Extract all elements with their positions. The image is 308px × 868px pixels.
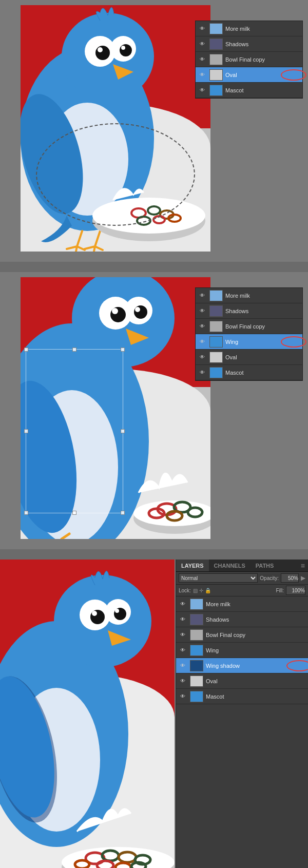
layer-thumbnail-mascot2 bbox=[209, 367, 223, 378]
layer-name-oval2: Oval bbox=[225, 354, 237, 360]
lock-fill-row: Lock: ▨ ✛ 🔒 Fill: bbox=[176, 585, 308, 596]
layer-row-wing3[interactable]: 👁Wing bbox=[176, 643, 308, 658]
svg-point-7 bbox=[98, 47, 103, 52]
layer-row-shadows[interactable]: 👁Shadows bbox=[196, 36, 302, 52]
layer-row-more-milk2[interactable]: 👁More milk bbox=[196, 288, 302, 303]
layer-row-oval[interactable]: 👁Oval bbox=[196, 67, 302, 83]
layer-name-shadows3: Shadows bbox=[206, 616, 229, 623]
layer-visibility-wing3[interactable]: 👁 bbox=[178, 646, 187, 655]
section-3: LAYERS CHANNELS PATHS ≡ Normal Opacity: … bbox=[0, 560, 308, 868]
transform-handle-br[interactable] bbox=[121, 511, 125, 515]
layer-row-more-milk[interactable]: 👁More milk bbox=[196, 21, 302, 36]
layer-name-more-milk: More milk bbox=[225, 26, 250, 32]
layer-row-bowl-final-copy3[interactable]: 👁Bowl Final copy bbox=[176, 627, 308, 643]
layer-row-shadows2[interactable]: 👁Shadows bbox=[196, 303, 302, 319]
transform-handle-bm[interactable] bbox=[72, 511, 76, 515]
svg-point-44 bbox=[92, 611, 97, 616]
layer-visibility-mascot2[interactable]: 👁 bbox=[198, 368, 207, 377]
opacity-arrow[interactable]: ▶ bbox=[301, 574, 305, 582]
selected-layer-highlight bbox=[286, 660, 308, 671]
layer-visibility-more-milk2[interactable]: 👁 bbox=[198, 291, 207, 300]
illustration-canvas-2 bbox=[21, 277, 210, 539]
layer-thumbnail-more-milk2 bbox=[209, 290, 223, 301]
layer-visibility-more-milk3[interactable]: 👁 bbox=[178, 600, 187, 609]
tab-paths[interactable]: PATHS bbox=[251, 560, 279, 571]
layer-visibility-wing[interactable]: 👁 bbox=[198, 337, 207, 346]
tab-channels[interactable]: CHANNELS bbox=[209, 560, 251, 571]
layer-thumbnail-wing3 bbox=[190, 645, 203, 656]
svg-point-26 bbox=[112, 308, 118, 314]
opacity-label: Opacity: bbox=[260, 575, 279, 581]
layer-name-wing-shadow: Wing shadow bbox=[206, 663, 240, 669]
layer-name-shadows: Shadows bbox=[225, 41, 248, 47]
layer-name-mascot3: Mascot bbox=[206, 693, 224, 700]
layer-row-shadows3[interactable]: 👁Shadows bbox=[176, 612, 308, 627]
layer-visibility-bowl-final-copy2[interactable]: 👁 bbox=[198, 322, 207, 331]
blend-opacity-row: Normal Opacity: ▶ bbox=[176, 572, 308, 585]
layers-list-3: 👁More milk👁Shadows👁Bowl Final copy👁Wing👁… bbox=[176, 596, 308, 868]
fill-label: Fill: bbox=[276, 588, 284, 593]
layer-visibility-wing-shadow[interactable]: 👁 bbox=[178, 661, 187, 670]
layer-name-shadows2: Shadows bbox=[225, 308, 248, 314]
lock-icons-group: ▨ ✛ 🔒 bbox=[193, 588, 274, 593]
layer-visibility-mascot3[interactable]: 👁 bbox=[178, 692, 187, 701]
layer-thumbnail-bowl-final-copy bbox=[209, 54, 223, 65]
layer-visibility-more-milk[interactable]: 👁 bbox=[198, 24, 207, 33]
layer-visibility-shadows3[interactable]: 👁 bbox=[178, 615, 187, 624]
layer-thumbnail-mascot bbox=[209, 85, 223, 96]
transform-handle-ml[interactable] bbox=[24, 429, 28, 433]
layer-thumbnail-shadows2 bbox=[209, 305, 223, 317]
svg-point-27 bbox=[135, 307, 140, 312]
layer-visibility-oval2[interactable]: 👁 bbox=[198, 353, 207, 362]
layer-name-bowl-final-copy: Bowl Final copy bbox=[225, 56, 265, 63]
layer-name-bowl-final-copy2: Bowl Final copy bbox=[225, 323, 265, 330]
lock-transparent-icon[interactable]: ▨ bbox=[193, 588, 198, 593]
layer-row-bowl-final-copy2[interactable]: 👁Bowl Final copy bbox=[196, 319, 302, 334]
layer-thumbnail-mascot3 bbox=[190, 691, 203, 702]
layer-row-mascot3[interactable]: 👁Mascot bbox=[176, 689, 308, 704]
layer-visibility-oval3[interactable]: 👁 bbox=[178, 677, 187, 686]
layer-thumbnail-bowl-final-copy3 bbox=[190, 629, 203, 641]
layer-visibility-shadows[interactable]: 👁 bbox=[198, 40, 207, 49]
transform-handle-mr[interactable] bbox=[121, 429, 125, 433]
layer-visibility-oval[interactable]: 👁 bbox=[198, 70, 207, 80]
opacity-input[interactable] bbox=[281, 573, 299, 583]
layer-thumbnail-wing-shadow bbox=[190, 660, 203, 671]
transform-handle-tr[interactable] bbox=[121, 348, 125, 352]
lock-label: Lock: bbox=[179, 588, 191, 593]
layer-visibility-shadows2[interactable]: 👁 bbox=[198, 306, 207, 316]
lock-move-icon[interactable]: ✛ bbox=[199, 588, 203, 593]
blend-mode-select[interactable]: Normal bbox=[179, 573, 258, 583]
svg-point-25 bbox=[134, 305, 147, 319]
layer-name-more-milk3: More milk bbox=[206, 601, 230, 607]
layer-row-mascot2[interactable]: 👁Mascot bbox=[196, 365, 302, 380]
layer-visibility-bowl-final-copy[interactable]: 👁 bbox=[198, 55, 207, 64]
transform-handle-tl[interactable] bbox=[24, 348, 28, 352]
canvas-area-3: LAYERS CHANNELS PATHS ≡ Normal Opacity: … bbox=[0, 560, 308, 868]
svg-point-5 bbox=[95, 46, 110, 60]
layer-visibility-bowl-final-copy3[interactable]: 👁 bbox=[178, 630, 187, 640]
layers-panel-2: 👁More milk👁Shadows👁Bowl Final copy👁Wing👁… bbox=[195, 287, 303, 381]
layer-row-wing[interactable]: 👁Wing bbox=[196, 334, 302, 350]
layer-thumbnail-shadows bbox=[209, 38, 223, 50]
lock-all-icon[interactable]: 🔒 bbox=[205, 588, 211, 593]
layer-row-oval2[interactable]: 👁Oval bbox=[196, 350, 302, 365]
layer-visibility-mascot[interactable]: 👁 bbox=[198, 86, 207, 95]
layer-thumbnail-bowl-final-copy2 bbox=[209, 321, 223, 332]
tab-layers[interactable]: LAYERS bbox=[176, 560, 209, 571]
selected-layer-highlight bbox=[281, 336, 306, 348]
layer-thumbnail-more-milk bbox=[209, 23, 223, 34]
transform-handle-tm[interactable] bbox=[72, 348, 76, 352]
layer-row-bowl-final-copy[interactable]: 👁Bowl Final copy bbox=[196, 52, 302, 67]
layer-row-oval3[interactable]: 👁Oval bbox=[176, 673, 308, 689]
layer-name-oval3: Oval bbox=[206, 678, 218, 684]
panel-menu-button[interactable]: ≡ bbox=[298, 560, 308, 571]
layer-row-mascot[interactable]: 👁Mascot bbox=[196, 83, 302, 98]
fill-input[interactable] bbox=[286, 586, 305, 595]
layer-row-more-milk3[interactable]: 👁More milk bbox=[176, 596, 308, 612]
layer-row-wing-shadow[interactable]: 👁Wing shadow bbox=[176, 658, 308, 673]
layer-thumbnail-oval bbox=[209, 69, 223, 81]
svg-point-8 bbox=[121, 46, 125, 50]
layer-name-mascot: Mascot bbox=[225, 87, 243, 93]
transform-handle-bl[interactable] bbox=[24, 511, 28, 515]
